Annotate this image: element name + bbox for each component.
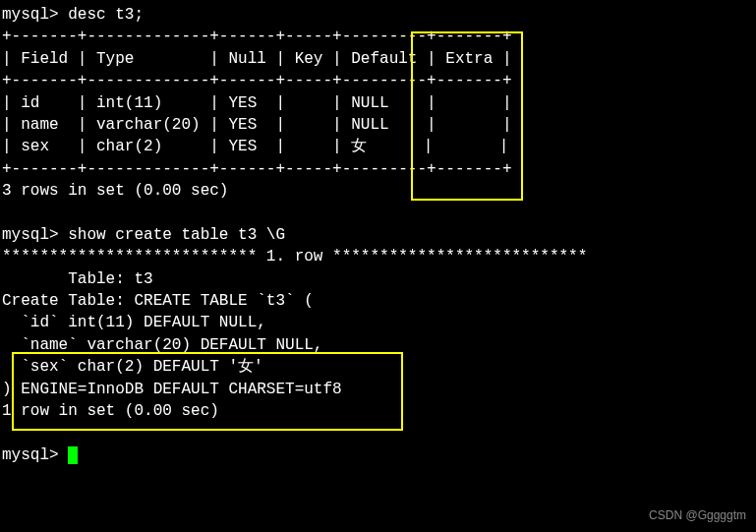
table-header: | Field | Type | Null | Key | Default | … — [2, 50, 511, 68]
column-def: `sex` char(2) DEFAULT '女' — [2, 358, 263, 376]
table-border: +-------+-------------+------+-----+----… — [2, 28, 511, 45]
create-table-line: Create Table: CREATE TABLE `t3` ( — [2, 292, 314, 310]
table-border: +-------+-------------+------+-----+----… — [2, 72, 511, 89]
table-row: | id | int(11) | YES | | NULL | | — [2, 94, 511, 112]
column-def: `id` int(11) DEFAULT NULL, — [2, 314, 266, 331]
row-separator: *************************** 1. row *****… — [2, 248, 587, 266]
watermark-text: CSDN @Gggggtm — [649, 507, 746, 524]
column-def: `name` varchar(20) DEFAULT NULL, — [2, 336, 322, 354]
cursor-icon — [68, 446, 78, 464]
prompt-line[interactable]: mysql> show create table t3 \G — [2, 226, 285, 244]
table-name-line: Table: t3 — [2, 270, 153, 288]
prompt-line[interactable]: mysql> — [2, 446, 78, 464]
table-row: | name | varchar(20) | YES | | NULL | | — [2, 116, 511, 134]
engine-line: ) ENGINE=InnoDB DEFAULT CHARSET=utf8 — [2, 381, 342, 398]
result-message: 3 rows in set (0.00 sec) — [2, 182, 228, 200]
result-message: 1 row in set (0.00 sec) — [2, 402, 219, 420]
terminal-output: mysql> desc t3; +-------+-------------+-… — [0, 0, 756, 470]
prompt-line[interactable]: mysql> desc t3; — [2, 6, 144, 24]
table-border: +-------+-------------+------+-----+----… — [2, 160, 511, 178]
table-row: | sex | char(2) | YES | | 女 | | — [2, 138, 508, 155]
